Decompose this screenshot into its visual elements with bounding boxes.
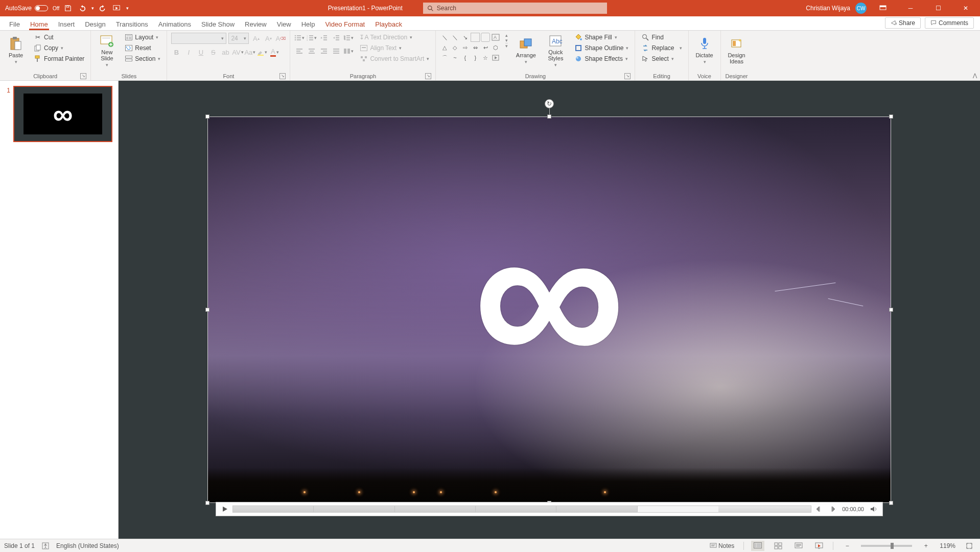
shape-arc-icon[interactable]: ⌒ xyxy=(440,53,449,62)
view-reading-button[interactable] xyxy=(792,541,805,551)
tab-slide-show[interactable]: Slide Show xyxy=(196,18,240,30)
tab-animations[interactable]: Animations xyxy=(153,18,196,30)
resize-handle-br[interactable] xyxy=(889,501,893,505)
increase-font-size-button[interactable]: A▴ xyxy=(251,33,261,43)
clear-formatting-button[interactable]: A⌫ xyxy=(275,33,286,43)
resize-handle-l[interactable] xyxy=(205,308,209,312)
align-center-button[interactable] xyxy=(307,46,317,56)
shape-brace-l-icon[interactable]: { xyxy=(460,53,470,62)
cut-button[interactable]: ✂Cut xyxy=(32,33,86,42)
shape-brace-r-icon[interactable]: } xyxy=(471,53,480,62)
strikethrough-button[interactable]: S xyxy=(208,47,218,57)
decrease-font-size-button[interactable]: A▾ xyxy=(263,33,273,43)
zoom-out-button[interactable]: − xyxy=(841,541,854,551)
columns-button[interactable]: ▾ xyxy=(343,46,354,56)
view-normal-button[interactable] xyxy=(751,541,764,551)
tab-playback[interactable]: Playback xyxy=(370,18,407,30)
shape-line2-icon[interactable]: ＼ xyxy=(450,33,459,42)
resize-handle-bl[interactable] xyxy=(205,501,209,505)
shapes-gallery-scroll[interactable]: ▴ ▾ ▾ xyxy=(504,33,509,49)
shape-star-icon[interactable]: ☆ xyxy=(481,53,490,62)
shape-roundrect-icon[interactable] xyxy=(481,33,490,42)
media-step-back-button[interactable] xyxy=(813,503,825,515)
character-spacing-button[interactable]: AV▾ xyxy=(232,47,243,57)
clipboard-dialog-launcher[interactable]: ↘ xyxy=(80,73,86,79)
tab-video-format[interactable]: Video Format xyxy=(320,18,370,30)
shape-triangle-icon[interactable]: △ xyxy=(440,43,449,52)
align-text-button[interactable]: Align Text▾ xyxy=(358,43,431,53)
change-case-button[interactable]: Aa▾ xyxy=(245,47,255,57)
section-button[interactable]: Section▾ xyxy=(123,54,162,63)
dictate-button[interactable]: Dictate▾ xyxy=(693,33,716,68)
zoom-value[interactable]: 119% xyxy=(940,542,955,549)
shape-hex-icon[interactable]: ⬡ xyxy=(491,43,500,52)
comments-button[interactable]: Comments xyxy=(925,17,974,29)
zoom-in-button[interactable]: + xyxy=(919,541,932,551)
font-size-combo[interactable]: 24▾ xyxy=(228,33,249,44)
replace-button[interactable]: Replace▾ xyxy=(639,43,684,53)
media-seek-track[interactable] xyxy=(232,505,811,513)
arrange-button[interactable]: Arrange▾ xyxy=(513,33,539,68)
align-left-button[interactable] xyxy=(294,46,305,56)
font-color-button[interactable]: A▾ xyxy=(269,47,279,57)
ribbon-display-options-button[interactable] xyxy=(872,0,894,16)
line-spacing-button[interactable]: ▾ xyxy=(343,33,354,43)
view-slideshow-button[interactable] xyxy=(812,541,826,551)
font-dialog-launcher[interactable]: ↘ xyxy=(279,73,286,79)
undo-dropdown-icon[interactable]: ▾ xyxy=(91,6,94,11)
redo-button[interactable] xyxy=(97,3,108,14)
bold-button[interactable]: B xyxy=(171,47,181,57)
shape-line3-icon[interactable]: ↘ xyxy=(460,33,470,42)
notes-button[interactable]: Notes xyxy=(708,542,736,550)
increase-indent-button[interactable] xyxy=(331,33,341,43)
status-language[interactable]: English (United States) xyxy=(56,542,119,549)
media-step-fwd-button[interactable] xyxy=(827,503,838,515)
start-from-beginning-button[interactable] xyxy=(111,3,123,14)
layout-button[interactable]: Layout▾ xyxy=(123,33,162,42)
shape-outline-button[interactable]: Shape Outline▾ xyxy=(572,43,631,53)
tab-transitions[interactable]: Transitions xyxy=(111,18,153,30)
autosave-toggle[interactable] xyxy=(35,5,48,11)
drawing-dialog-launcher[interactable]: ↘ xyxy=(624,73,631,79)
tab-review[interactable]: Review xyxy=(240,18,272,30)
accessibility-icon[interactable] xyxy=(42,542,49,549)
text-shadow-button[interactable]: ab xyxy=(220,47,230,57)
shape-curve-icon[interactable]: ~ xyxy=(450,53,459,62)
close-button[interactable]: ✕ xyxy=(954,0,977,16)
shape-arrow-icon[interactable]: ⇨ xyxy=(460,43,470,52)
user-avatar[interactable]: CW xyxy=(855,3,867,14)
find-button[interactable]: Find xyxy=(639,33,684,42)
font-name-combo[interactable]: ▾ xyxy=(171,33,226,44)
justify-button[interactable] xyxy=(331,46,341,56)
zoom-slider[interactable] xyxy=(861,545,912,547)
media-play-button[interactable] xyxy=(219,503,230,515)
resize-handle-tl[interactable] xyxy=(205,114,209,119)
italic-button[interactable]: I xyxy=(183,47,194,57)
collapse-ribbon-button[interactable]: ⋀ xyxy=(973,73,977,78)
minimize-button[interactable]: ─ xyxy=(899,0,922,16)
tab-help[interactable]: Help xyxy=(296,18,320,30)
select-button[interactable]: Select▾ xyxy=(639,54,684,63)
format-painter-button[interactable]: Format Painter xyxy=(32,54,86,63)
quick-styles-button[interactable]: Abc Quick Styles▾ xyxy=(543,33,568,68)
text-direction-button[interactable]: ↧AText Direction▾ xyxy=(358,33,431,42)
numbering-button[interactable]: 123▾ xyxy=(307,33,317,43)
tab-home[interactable]: Home xyxy=(25,18,53,30)
slide-canvas[interactable]: ∞ xyxy=(119,81,980,539)
paste-button[interactable]: Paste▾ xyxy=(4,33,28,68)
reset-button[interactable]: Reset xyxy=(123,43,162,53)
shape-action-icon[interactable] xyxy=(491,53,500,62)
tab-file[interactable]: File xyxy=(4,18,25,30)
underline-button[interactable]: U xyxy=(196,47,206,57)
shape-uturn-icon[interactable]: ↩ xyxy=(481,43,490,52)
bullets-button[interactable]: ▾ xyxy=(294,33,305,43)
shape-rect-icon[interactable] xyxy=(471,33,480,42)
resize-handle-r[interactable] xyxy=(889,308,893,312)
tab-insert[interactable]: Insert xyxy=(53,18,80,30)
shape-2arrow-icon[interactable]: ⇔ xyxy=(471,43,480,52)
decrease-indent-button[interactable] xyxy=(319,33,329,43)
save-button[interactable] xyxy=(62,3,74,14)
paragraph-dialog-launcher[interactable]: ↘ xyxy=(425,73,431,79)
resize-handle-tr[interactable] xyxy=(889,114,893,119)
copy-button[interactable]: Copy▾ xyxy=(32,43,86,53)
